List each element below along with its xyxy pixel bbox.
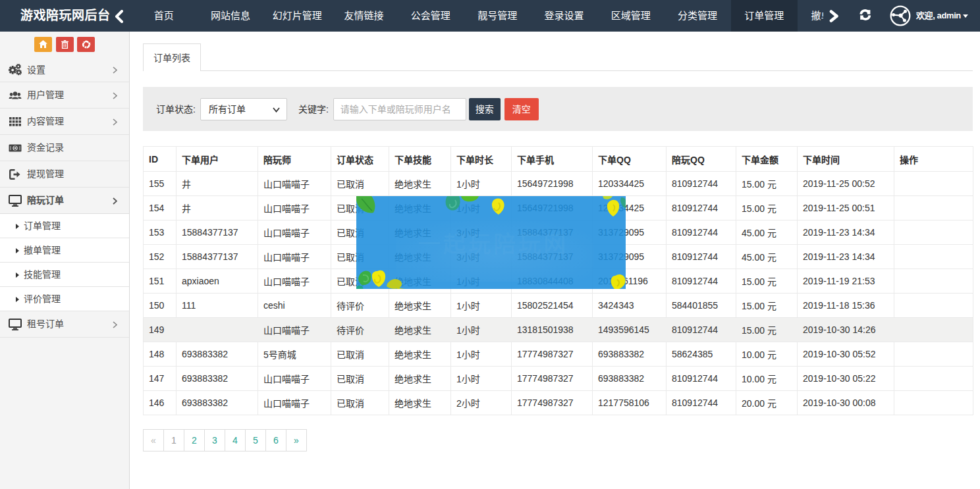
svg-text:一起玩陪玩网: 一起玩陪玩网 — [418, 232, 568, 257]
